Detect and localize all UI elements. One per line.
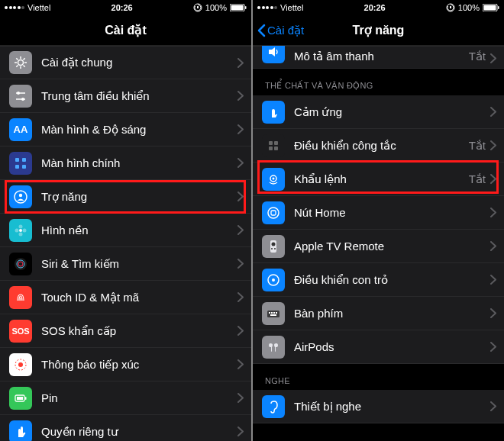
row-label: Khẩu lệnh <box>294 172 469 186</box>
page-title: Cài đặt <box>105 23 146 37</box>
row-value: Tắt <box>469 50 486 63</box>
row-touch[interactable]: Cảm ứng <box>253 95 504 129</box>
chevron-right-icon <box>490 342 496 352</box>
phone-left: Viettel 20:26 100% Cài đặt Cài đặt chung… <box>0 0 251 441</box>
row-label: Thiết bị nghe <box>294 400 490 414</box>
orientation-lock-icon <box>446 3 455 12</box>
svg-rect-58 <box>267 311 279 317</box>
svg-rect-52 <box>270 240 276 253</box>
back-label: Cài đặt <box>267 24 304 37</box>
svg-rect-46 <box>269 146 273 150</box>
fingerprint-icon <box>9 286 32 309</box>
home-btn-icon <box>262 201 285 224</box>
flower-icon <box>9 219 32 242</box>
svg-point-24 <box>19 229 22 232</box>
svg-rect-3 <box>231 5 244 11</box>
row-value: Tắt <box>469 139 486 153</box>
row-label: Siri & Tìm kiếm <box>41 257 237 271</box>
row-home-screen[interactable]: Màn hình chính <box>0 146 251 180</box>
row-pointer-control[interactable]: Điều khiển con trỏ <box>253 263 504 297</box>
pointer-icon <box>262 269 285 291</box>
row-accessibility[interactable]: Trợ năng <box>0 180 251 214</box>
row-apple-tv-remote[interactable]: Apple TV Remote <box>253 230 504 263</box>
chevron-right-icon <box>490 53 496 63</box>
gear-icon <box>9 51 32 74</box>
row-exposure[interactable]: Thông báo tiếp xúc <box>0 348 251 381</box>
row-siri[interactable]: Siri & Tìm kiếm <box>0 247 251 281</box>
row-value: Tắt <box>469 172 486 186</box>
svg-line-13 <box>24 58 25 60</box>
nav-header-left: Cài đặt <box>0 15 251 46</box>
page-title: Trợ năng <box>353 23 405 37</box>
svg-point-17 <box>21 98 24 101</box>
svg-rect-61 <box>273 312 275 314</box>
row-control-center[interactable]: Trung tâm điều khiển <box>0 79 251 113</box>
row-touchid[interactable]: Touch ID & Mật mã <box>0 281 251 314</box>
signal-icon <box>257 6 277 9</box>
row-label: Màn hình & Độ sáng <box>41 123 237 137</box>
row-keyboards[interactable]: Bàn phím <box>253 297 504 330</box>
svg-point-53 <box>272 242 276 246</box>
aa-icon: AA <box>9 118 32 141</box>
svg-point-50 <box>268 208 279 218</box>
row-label: Cài đặt chung <box>41 56 237 69</box>
chevron-right-icon <box>237 58 244 68</box>
back-button[interactable]: Cài đặt <box>257 24 304 37</box>
row-display[interactable]: AAMàn hình & Độ sáng <box>0 113 251 146</box>
chevron-right-icon <box>237 192 244 201</box>
svg-rect-62 <box>276 312 277 314</box>
battery-icon <box>483 4 499 11</box>
svg-point-25 <box>19 224 23 228</box>
grid-blue-icon <box>9 152 32 175</box>
sliders-icon <box>9 85 32 108</box>
svg-rect-43 <box>269 50 272 54</box>
chevron-right-icon <box>490 140 496 150</box>
svg-rect-1 <box>197 6 199 8</box>
svg-line-12 <box>16 66 18 67</box>
settings-list-right[interactable]: Mô tả âm thanhTắtTHỂ CHẤT VÀ VẬN ĐỘNGCảm… <box>253 46 504 441</box>
svg-rect-20 <box>15 165 19 169</box>
chevron-right-icon <box>237 225 244 235</box>
orientation-lock-icon <box>193 3 202 12</box>
row-sos[interactable]: SOSSOS khẩn cấp <box>0 314 251 348</box>
svg-rect-37 <box>17 397 23 400</box>
row-label: Quyền riêng tư <box>41 425 237 439</box>
status-bar: Viettel 20:26 100% <box>253 0 504 15</box>
audio-icon <box>262 46 285 63</box>
svg-point-57 <box>272 278 275 282</box>
section-header-physical: THỂ CHẤT VÀ VẬN ĐỘNG <box>253 69 504 95</box>
svg-rect-60 <box>271 312 273 314</box>
row-label: Nút Home <box>294 206 490 219</box>
voice-icon <box>262 168 285 191</box>
row-audio-desc[interactable]: Mô tả âm thanhTắt <box>253 46 504 69</box>
svg-rect-4 <box>245 6 247 9</box>
airpods-icon <box>262 336 285 359</box>
svg-rect-42 <box>498 6 499 9</box>
svg-point-27 <box>15 228 19 232</box>
row-airpods[interactable]: AirPods <box>253 330 504 364</box>
row-hearing-devices[interactable]: Thiết bị nghe <box>253 390 504 423</box>
svg-point-49 <box>273 177 275 179</box>
settings-list-left[interactable]: Cài đặt chungTrung tâm điều khiểnAAMàn h… <box>0 46 251 441</box>
chevron-right-icon <box>490 308 496 318</box>
row-label: AirPods <box>294 340 490 353</box>
row-home-button[interactable]: Nút Home <box>253 196 504 230</box>
siri-icon <box>9 253 32 275</box>
row-voice-control[interactable]: Khẩu lệnhTắt <box>253 163 504 196</box>
row-general[interactable]: Cài đặt chung <box>0 46 251 79</box>
row-label: Mô tả âm thanh <box>294 50 469 63</box>
chevron-left-icon <box>257 24 266 37</box>
row-label: Apple TV Remote <box>294 240 490 253</box>
carrier-label: Viettel <box>27 3 50 12</box>
row-switch-control[interactable]: Điều khiển công tắcTắt <box>253 129 504 163</box>
row-battery[interactable]: Pin <box>0 381 251 415</box>
svg-rect-36 <box>25 397 27 400</box>
row-wallpaper[interactable]: Hình nền <box>0 214 251 247</box>
svg-rect-63 <box>270 314 276 316</box>
phone-right: Viettel 20:26 100% Cài đặt Trợ năng Mô t… <box>253 0 504 441</box>
svg-rect-47 <box>274 146 278 150</box>
chevron-right-icon <box>237 292 244 302</box>
svg-rect-21 <box>22 165 26 169</box>
chevron-right-icon <box>237 427 244 436</box>
row-privacy[interactable]: Quyền riêng tư <box>0 415 251 441</box>
